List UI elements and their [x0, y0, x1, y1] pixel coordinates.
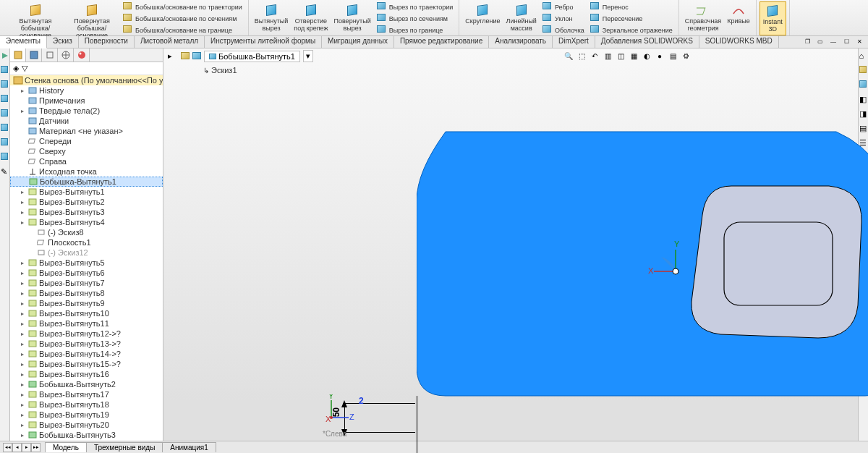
tree-item[interactable]: (-) Эскиз12	[10, 247, 163, 258]
task-pane-icon[interactable]: ◨	[859, 109, 868, 118]
tree-item[interactable]: Сверху	[10, 146, 163, 156]
tree-item[interactable]: Спереди	[10, 136, 163, 146]
tab-sheet-metal[interactable]: Листовой металл	[135, 36, 205, 48]
tab-features[interactable]: Элементы	[0, 36, 47, 48]
tree-item[interactable]: ▸Вырез-Вытянуть16	[10, 369, 163, 379]
zoom-area-icon[interactable]: ⬚	[576, 50, 587, 62]
tree-item[interactable]: ▸Вырез-Вытянуть9	[10, 298, 163, 308]
view-settings-icon[interactable]: ⚙	[680, 50, 692, 62]
tree-item[interactable]: ▸Вырез-Вытянуть7	[10, 278, 163, 288]
breadcrumb-dropdown-icon[interactable]: ▾	[303, 50, 313, 62]
tree-item[interactable]: Материал <не указан>	[10, 126, 163, 136]
apply-scene-icon[interactable]: ▤	[667, 50, 678, 62]
tree-item[interactable]: Справа	[10, 156, 163, 166]
tree-item[interactable]: ▸Вырез-Вытянуть13->?	[10, 339, 163, 349]
window-close-icon[interactable]: ✕	[854, 36, 865, 46]
tree-item[interactable]: ▸Вырез-Вытянуть12->?	[10, 329, 163, 339]
tree-item[interactable]: ▸Вырез-Вытянуть19	[10, 410, 163, 420]
tab-dimxpert[interactable]: DimXpert	[553, 36, 595, 48]
tab-sw-addins[interactable]: Добавления SOLIDWORKS	[595, 36, 699, 48]
breadcrumb-nav-icon[interactable]: ▸	[168, 51, 178, 61]
cube-tool-icon[interactable]	[1, 153, 9, 161]
tree-item[interactable]: (-) Эскиз8	[10, 227, 163, 237]
cube-tool-icon[interactable]	[1, 109, 9, 118]
cube-tool-icon[interactable]	[1, 95, 9, 103]
hole-wizard-button[interactable]: Отверстиепод крепеж	[291, 1, 331, 34]
tree-item[interactable]: ▸Вырез-Вытянуть15->?	[10, 359, 163, 369]
tree-item[interactable]: Исходная точка	[10, 166, 163, 177]
animation-tab[interactable]: Анимация1	[162, 442, 216, 452]
extruded-boss-button[interactable]: Вытянутаябобышка/основание	[7, 1, 64, 41]
cube-tool-icon[interactable]	[1, 66, 9, 75]
tree-item[interactable]: ▸Вырез-Вытянуть14->?	[10, 349, 163, 359]
lofted-boss-button[interactable]: Бобышка/основание по сечениям	[120, 13, 245, 25]
fillet-button[interactable]: Скругление	[462, 1, 503, 27]
boundary-boss-button[interactable]: Бобышка/основание на границе	[120, 25, 245, 36]
revolved-boss-button[interactable]: Повернутаябобышка/основание	[64, 1, 120, 41]
tree-item[interactable]: ▸Вырез-Вытянуть6	[10, 268, 163, 278]
tree-item[interactable]: ▸Вырез-Вытянуть20	[10, 420, 163, 430]
3dviews-tab[interactable]: Трехмерные виды	[86, 442, 163, 452]
curves-button[interactable]: Кривые	[724, 1, 753, 27]
model-tab[interactable]: Модель	[45, 442, 87, 452]
pencil-icon[interactable]: ✎	[1, 167, 9, 176]
breadcrumb-sketch[interactable]: ↳ Эскиз1	[200, 64, 241, 76]
tree-item[interactable]: Бобышка-Вытянуть1	[10, 177, 163, 187]
tree-item[interactable]: Примечания	[10, 96, 163, 106]
linear-pattern-button[interactable]: Линейныймассив	[503, 1, 539, 34]
task-pane-icon[interactable]	[859, 80, 868, 89]
wrap-button[interactable]: Перенос	[587, 1, 676, 13]
tab-last-icon[interactable]: ▸▸	[31, 443, 41, 452]
tab-sketch[interactable]: Эскиз	[47, 36, 79, 48]
tree-filter-icon[interactable]: ▽	[22, 64, 27, 73]
tree-item[interactable]: ▸Вырез-Вытянуть8	[10, 288, 163, 298]
property-manager-tab[interactable]	[26, 48, 42, 62]
feature-tree-tab[interactable]	[10, 48, 26, 62]
display-manager-tab[interactable]	[74, 48, 90, 62]
tree-item[interactable]: ▸Вырез-Вытянуть3	[10, 207, 163, 217]
task-pane-icon[interactable]	[859, 66, 868, 75]
hide-show-icon[interactable]: ◐	[641, 50, 652, 62]
tab-surfaces[interactable]: Поверхности	[79, 36, 135, 48]
rib-button[interactable]: Ребро	[540, 1, 587, 13]
feature-tree[interactable]: Стенка основа (По умолчанию<<По умолчани…	[10, 75, 163, 441]
prev-view-icon[interactable]: ↶	[589, 50, 600, 62]
tree-item[interactable]: Плоскость1	[10, 237, 163, 247]
tree-item[interactable]: ▸Вырез-Вытянуть5	[10, 258, 163, 268]
tree-item[interactable]: ▸Бобышка-Вытянуть2	[10, 379, 163, 389]
swept-cut-button[interactable]: Вырез по траектории	[374, 1, 456, 13]
flyout-icon[interactable]	[1, 51, 9, 60]
breadcrumb-feat-icon[interactable]	[192, 52, 201, 61]
tree-expand-icon[interactable]: ◈	[13, 64, 19, 73]
intersect-button[interactable]: Пересечение	[587, 13, 676, 25]
tab-data-migration[interactable]: Миграция данных	[322, 36, 394, 48]
tree-item[interactable]: ▸Вырез-Вытянуть11	[10, 318, 163, 329]
extruded-cut-button[interactable]: Вытянутыйвырез	[252, 1, 292, 34]
dim-tiny[interactable]: 2	[359, 396, 364, 406]
tree-item[interactable]: ▸Вырез-Вытянуть17	[10, 389, 163, 399]
window-maximize-icon[interactable]: ☐	[841, 36, 852, 46]
tab-direct-editing[interactable]: Прямое редактирование	[394, 36, 489, 48]
revolved-cut-button[interactable]: Повернутыйвырез	[331, 1, 373, 34]
home-icon[interactable]: ⌂	[859, 51, 868, 60]
cube-tool-icon[interactable]	[1, 138, 9, 147]
breadcrumb-feature[interactable]: Бобышка-Вытянуть1	[204, 51, 300, 62]
tab-mold-tools[interactable]: Инструменты литейной формы	[205, 36, 322, 48]
instant-3d-button[interactable]: Instant3D	[760, 1, 786, 35]
mirror-button[interactable]: Зеркальное отражение	[587, 25, 676, 36]
edit-appearance-icon[interactable]: ●	[654, 50, 665, 62]
dimxpert-tab[interactable]	[58, 48, 74, 62]
draft-button[interactable]: Уклон	[540, 13, 587, 25]
tab-mbd[interactable]: SOLIDWORKS MBD	[699, 36, 779, 48]
cube-tool-icon[interactable]	[1, 80, 9, 89]
window-minimize-icon[interactable]: —	[827, 36, 839, 46]
tree-item[interactable]: ▸Вырез-Вытянуть2	[10, 197, 163, 207]
section-view-icon[interactable]: ▥	[602, 50, 613, 62]
tab-next-icon[interactable]: ▸	[22, 443, 31, 452]
boundary-cut-button[interactable]: Вырез по границе	[374, 25, 456, 36]
reference-geometry-button[interactable]: Справочнаягеометрия	[682, 1, 724, 34]
breadcrumb-part-icon[interactable]	[181, 52, 190, 61]
tree-item[interactable]: ▸Бобышка-Вытянуть3	[10, 430, 163, 440]
tree-item[interactable]: ▸Вырез-Вытянуть4	[10, 217, 163, 227]
tab-evaluate[interactable]: Анализировать	[489, 36, 553, 48]
